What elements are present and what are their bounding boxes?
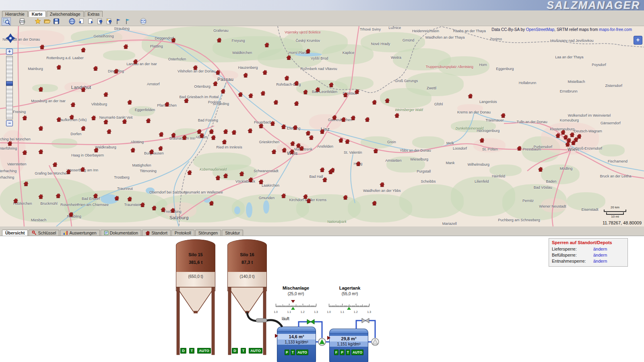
depot-marker[interactable] bbox=[259, 123, 264, 128]
depot-marker[interactable] bbox=[262, 70, 267, 74]
depot-marker[interactable] bbox=[290, 141, 295, 146]
aendern-link[interactable]: ändern bbox=[593, 247, 607, 251]
depot-marker[interactable] bbox=[243, 73, 248, 77]
tab-struktur[interactable]: Struktur bbox=[222, 230, 243, 236]
pan-control[interactable] bbox=[3, 31, 18, 45]
depot-marker[interactable] bbox=[149, 149, 154, 154]
depot-marker[interactable] bbox=[293, 125, 297, 130]
depot-marker[interactable] bbox=[56, 65, 61, 69]
depot-marker[interactable] bbox=[165, 102, 169, 106]
pin-page-2-icon[interactable] bbox=[104, 17, 114, 26]
flag-pin-1-icon[interactable] bbox=[114, 17, 123, 26]
depot-marker[interactable] bbox=[193, 65, 198, 70]
depot-marker[interactable] bbox=[351, 115, 355, 120]
depot-marker[interactable] bbox=[146, 118, 151, 123]
aendern-link[interactable]: ändern bbox=[593, 259, 607, 263]
pan-center-dot[interactable] bbox=[8, 36, 12, 40]
depot-marker[interactable] bbox=[372, 100, 377, 104]
depot-marker[interactable] bbox=[171, 133, 176, 137]
depot-marker[interactable] bbox=[394, 113, 399, 117]
depot-marker[interactable] bbox=[309, 135, 314, 140]
flag-pin-2-icon[interactable] bbox=[123, 17, 132, 26]
mail-icon[interactable] bbox=[138, 17, 148, 26]
depot-marker[interactable] bbox=[103, 119, 108, 124]
depot-marker[interactable] bbox=[38, 126, 43, 130]
depot-marker[interactable] bbox=[221, 89, 225, 93]
depot-marker[interactable] bbox=[223, 129, 228, 134]
depot-marker[interactable] bbox=[343, 93, 348, 97]
pin-page-1-icon[interactable] bbox=[95, 17, 104, 26]
depot-marker[interactable] bbox=[209, 129, 214, 134]
depot-marker[interactable] bbox=[187, 170, 192, 175]
tab-karte[interactable]: Karte bbox=[29, 11, 46, 17]
tab-protokoll[interactable]: Protokoll bbox=[171, 230, 194, 236]
zoom-slider-handle[interactable] bbox=[6, 81, 13, 86]
zoom-in-button[interactable]: + bbox=[6, 49, 13, 55]
depot-marker[interactable] bbox=[270, 121, 275, 125]
globe-icon[interactable] bbox=[67, 17, 76, 26]
depot-marker[interactable] bbox=[199, 133, 204, 138]
depot-marker[interactable] bbox=[468, 94, 473, 98]
depot-marker[interactable] bbox=[93, 66, 98, 70]
zoom-out-button[interactable]: − bbox=[6, 120, 13, 126]
save-icon[interactable] bbox=[52, 17, 61, 26]
depot-marker[interactable] bbox=[122, 119, 127, 123]
depot-marker[interactable] bbox=[114, 69, 119, 73]
tab-dokumentation[interactable]: Dokumentation bbox=[101, 230, 142, 236]
maps-for-free-link[interactable]: maps-for-free.com bbox=[599, 27, 632, 32]
depot-marker[interactable] bbox=[133, 59, 138, 64]
depot-marker[interactable] bbox=[80, 167, 85, 171]
depot-marker[interactable] bbox=[259, 179, 264, 184]
depot-marker[interactable] bbox=[53, 162, 58, 167]
depot-marker[interactable] bbox=[81, 126, 86, 130]
tab-extras[interactable]: Extras bbox=[85, 11, 103, 17]
depot-marker[interactable] bbox=[479, 138, 484, 142]
depot-marker[interactable] bbox=[22, 115, 27, 120]
depot-marker[interactable] bbox=[285, 76, 289, 80]
depot-marker[interactable] bbox=[238, 92, 243, 97]
depot-marker[interactable] bbox=[272, 149, 277, 154]
depot-marker[interactable] bbox=[158, 146, 163, 150]
depot-marker[interactable] bbox=[70, 102, 75, 107]
depot-marker[interactable] bbox=[356, 161, 361, 166]
depot-marker[interactable] bbox=[320, 167, 325, 172]
depot-marker[interactable] bbox=[94, 148, 99, 152]
depot-marker[interactable] bbox=[56, 117, 61, 121]
depot-marker[interactable] bbox=[248, 93, 253, 98]
depot-marker[interactable] bbox=[273, 100, 278, 104]
depot-marker[interactable] bbox=[517, 146, 522, 150]
layer-switcher-button[interactable]: + bbox=[634, 36, 642, 45]
depot-marker[interactable] bbox=[211, 135, 216, 140]
depot-marker[interactable] bbox=[231, 130, 236, 134]
depot-marker[interactable] bbox=[281, 124, 286, 129]
depot-marker[interactable] bbox=[107, 129, 111, 134]
depot-marker[interactable] bbox=[248, 128, 252, 133]
depot-marker[interactable] bbox=[127, 100, 132, 104]
depot-marker[interactable] bbox=[305, 131, 310, 135]
depot-marker[interactable] bbox=[222, 140, 227, 144]
depot-marker[interactable] bbox=[365, 117, 370, 121]
print-icon[interactable] bbox=[17, 17, 27, 26]
depot-marker[interactable] bbox=[38, 149, 43, 154]
tab-hierarchie[interactable]: Hierarchie bbox=[2, 11, 28, 17]
aendern-link[interactable]: ändern bbox=[593, 253, 607, 257]
depot-marker[interactable] bbox=[159, 132, 164, 136]
depot-marker[interactable] bbox=[322, 177, 327, 182]
map-canvas[interactable]: StraubingGrafenauFreyungDeggendorfPlattl… bbox=[0, 26, 644, 226]
depot-marker[interactable] bbox=[91, 115, 96, 120]
depot-marker[interactable] bbox=[341, 117, 346, 121]
tab-standort[interactable]: Standort bbox=[142, 230, 171, 236]
open-folder-icon[interactable] bbox=[42, 17, 52, 26]
depot-marker[interactable] bbox=[260, 91, 265, 95]
zoom-slider[interactable] bbox=[6, 56, 13, 119]
depot-marker[interactable] bbox=[373, 148, 378, 153]
depot-marker[interactable] bbox=[130, 148, 135, 152]
depot-marker[interactable] bbox=[380, 182, 384, 187]
depot-marker[interactable] bbox=[69, 115, 74, 119]
depot-marker[interactable] bbox=[215, 70, 220, 74]
depot-marker[interactable] bbox=[345, 139, 350, 144]
page-next-icon[interactable] bbox=[86, 17, 95, 26]
depot-marker[interactable] bbox=[538, 167, 543, 171]
depot-marker[interactable] bbox=[103, 92, 108, 97]
depot-marker[interactable] bbox=[184, 98, 189, 103]
